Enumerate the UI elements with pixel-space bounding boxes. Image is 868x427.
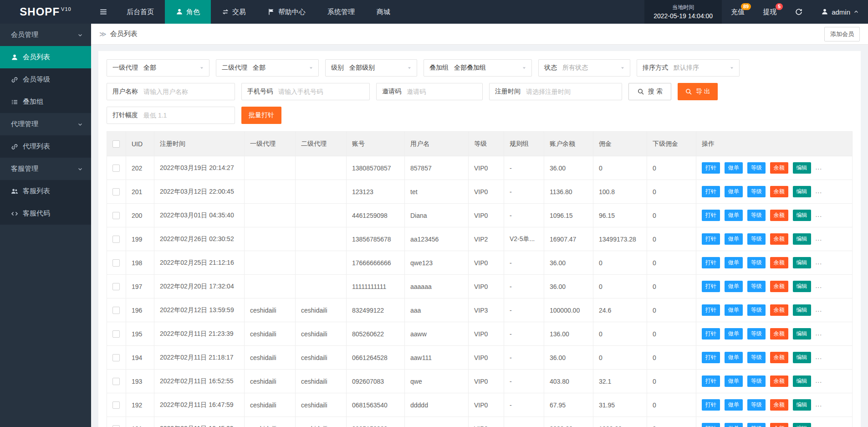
level-button[interactable]: 等级 — [747, 304, 766, 316]
edit-button[interactable]: 编辑 — [793, 186, 811, 197]
row-checkbox[interactable] — [112, 401, 120, 409]
edit-button[interactable]: 编辑 — [793, 399, 811, 411]
row-checkbox[interactable] — [112, 188, 120, 195]
more-actions-button[interactable]: ... — [815, 353, 822, 360]
inject-button[interactable]: 打针 — [702, 399, 720, 411]
edit-button[interactable]: 编辑 — [793, 376, 811, 387]
level-button[interactable]: 等级 — [747, 233, 766, 245]
recharge-button[interactable]: 充值 89 — [722, 0, 754, 24]
inject-button[interactable]: 打针 — [702, 257, 720, 268]
make-order-button[interactable]: 做单 — [725, 304, 743, 316]
level-button[interactable]: 等级 — [747, 376, 766, 387]
edit-button[interactable]: 编辑 — [793, 162, 811, 174]
make-order-button[interactable]: 做单 — [725, 376, 743, 387]
sidebar-item-member-list[interactable]: 会员列表 — [0, 46, 91, 68]
inject-range-input[interactable] — [143, 112, 235, 119]
inject-button[interactable]: 打针 — [702, 352, 720, 363]
row-checkbox[interactable] — [112, 259, 120, 267]
row-checkbox[interactable] — [112, 425, 120, 427]
more-actions-button[interactable]: ... — [815, 401, 822, 408]
inject-button[interactable]: 打针 — [702, 376, 720, 387]
balance-button[interactable]: 余额 — [770, 328, 788, 340]
more-actions-button[interactable]: ... — [815, 306, 822, 313]
more-actions-button[interactable]: ... — [815, 329, 822, 337]
edit-button[interactable]: 编辑 — [793, 281, 811, 292]
edit-button[interactable]: 编辑 — [793, 210, 811, 221]
filter-agent2-select[interactable]: 二级代理 全部 — [216, 59, 319, 77]
make-order-button[interactable]: 做单 — [725, 423, 743, 427]
edit-button[interactable]: 编辑 — [793, 304, 811, 316]
nav-item-roles[interactable]: 角色 — [165, 0, 211, 24]
sidebar-item-member-level[interactable]: 会员等级 — [0, 68, 91, 91]
more-actions-button[interactable]: ... — [815, 377, 822, 384]
balance-button[interactable]: 余额 — [770, 399, 788, 411]
nav-item-system[interactable]: 系统管理 — [317, 0, 366, 24]
make-order-button[interactable]: 做单 — [725, 210, 743, 221]
make-order-button[interactable]: 做单 — [725, 328, 743, 340]
select-all-checkbox[interactable] — [112, 140, 120, 148]
invite-code-input[interactable] — [407, 88, 482, 95]
row-checkbox[interactable] — [112, 330, 120, 338]
nav-item-trade[interactable]: 交易 — [211, 0, 257, 24]
filter-status-select[interactable]: 状态 所有状态 — [538, 59, 630, 77]
more-actions-button[interactable]: ... — [815, 187, 822, 195]
edit-button[interactable]: 编辑 — [793, 257, 811, 268]
row-checkbox[interactable] — [112, 378, 120, 385]
nav-item-dashboard[interactable]: 后台首页 — [116, 0, 165, 24]
row-checkbox[interactable] — [112, 236, 120, 243]
withdraw-button[interactable]: 提现 5 — [754, 0, 786, 24]
row-checkbox[interactable] — [112, 354, 120, 361]
hamburger-menu-icon[interactable] — [91, 0, 116, 24]
filter-level-select[interactable]: 级别 全部级别 — [325, 59, 417, 77]
balance-button[interactable]: 余额 — [770, 257, 788, 268]
make-order-button[interactable]: 做单 — [725, 352, 743, 363]
inject-button[interactable]: 打针 — [702, 210, 720, 221]
inject-button[interactable]: 打针 — [702, 423, 720, 427]
sidebar-item-service-list[interactable]: 客服列表 — [0, 180, 91, 202]
add-member-button[interactable]: 添加会员 — [824, 27, 860, 41]
more-actions-button[interactable]: ... — [815, 258, 822, 266]
sidebar-item-stack-group[interactable]: 叠加组 — [0, 91, 91, 113]
level-button[interactable]: 等级 — [747, 281, 766, 292]
sidebar-item-member-management[interactable]: 会员管理 — [0, 24, 91, 46]
filter-stack-group-select[interactable]: 叠加组 全部叠加组 — [424, 59, 532, 77]
level-button[interactable]: 等级 — [747, 328, 766, 340]
nav-item-help-center[interactable]: 帮助中心 — [257, 0, 317, 24]
make-order-button[interactable]: 做单 — [725, 186, 743, 197]
export-button[interactable]: 导 出 — [678, 83, 718, 100]
nav-item-mall[interactable]: 商城 — [366, 0, 401, 24]
inject-button[interactable]: 打针 — [702, 186, 720, 197]
make-order-button[interactable]: 做单 — [725, 233, 743, 245]
sidebar-item-agent-management[interactable]: 代理管理 — [0, 113, 91, 135]
filter-agent1-select[interactable]: 一级代理 全部 — [107, 59, 209, 77]
level-button[interactable]: 等级 — [747, 257, 766, 268]
level-button[interactable]: 等级 — [747, 352, 766, 363]
inject-button[interactable]: 打针 — [702, 304, 720, 316]
sidebar-item-agent-list[interactable]: 代理列表 — [0, 135, 91, 158]
level-button[interactable]: 等级 — [747, 423, 766, 427]
more-actions-button[interactable]: ... — [815, 235, 822, 242]
sidebar-item-service-code[interactable]: 客服代码 — [0, 202, 91, 225]
level-button[interactable]: 等级 — [747, 186, 766, 197]
more-actions-button[interactable]: ... — [815, 424, 822, 427]
balance-button[interactable]: 余额 — [770, 352, 788, 363]
balance-button[interactable]: 余额 — [770, 281, 788, 292]
edit-button[interactable]: 编辑 — [793, 233, 811, 245]
balance-button[interactable]: 余额 — [770, 186, 788, 197]
more-actions-button[interactable]: ... — [815, 282, 822, 289]
level-button[interactable]: 等级 — [747, 399, 766, 411]
phone-input[interactable] — [278, 88, 369, 95]
filter-sort-select[interactable]: 排序方式 默认排序 — [637, 59, 740, 77]
make-order-button[interactable]: 做单 — [725, 162, 743, 174]
balance-button[interactable]: 余额 — [770, 162, 788, 174]
batch-inject-button[interactable]: 批量打针 — [241, 107, 281, 124]
inject-button[interactable]: 打针 — [702, 162, 720, 174]
make-order-button[interactable]: 做单 — [725, 399, 743, 411]
row-checkbox[interactable] — [112, 307, 120, 314]
make-order-button[interactable]: 做单 — [725, 257, 743, 268]
row-checkbox[interactable] — [112, 165, 120, 172]
balance-button[interactable]: 余额 — [770, 376, 788, 387]
edit-button[interactable]: 编辑 — [793, 328, 811, 340]
refresh-button[interactable] — [786, 0, 812, 24]
level-button[interactable]: 等级 — [747, 210, 766, 221]
